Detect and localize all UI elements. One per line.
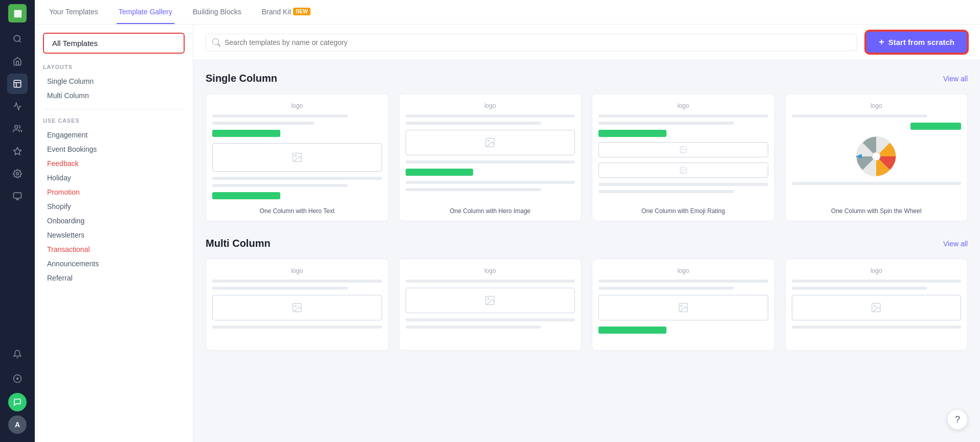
svg-point-0 bbox=[14, 35, 20, 41]
search-input[interactable] bbox=[206, 34, 857, 51]
nav-holiday[interactable]: Holiday bbox=[43, 171, 185, 185]
card-label-4: One Column with Spin the Wheel bbox=[792, 202, 962, 215]
line-15 bbox=[792, 182, 962, 185]
help-button[interactable]: ? bbox=[947, 409, 968, 430]
nav-announcements[interactable]: Announcements bbox=[43, 257, 185, 271]
green-btn-m3 bbox=[598, 327, 666, 334]
line-m7 bbox=[598, 280, 768, 283]
sidebar-icon-automations[interactable] bbox=[7, 141, 28, 161]
line-m10 bbox=[792, 287, 927, 290]
nav-engagement[interactable]: Engagement bbox=[43, 128, 185, 142]
card-label-3: One Column with Emoji Rating bbox=[598, 202, 768, 215]
sidebar-icon-analytics[interactable] bbox=[7, 96, 28, 117]
template-card-multi-1[interactable]: logo bbox=[206, 259, 389, 351]
card-logo-1: logo bbox=[212, 102, 382, 109]
line-5 bbox=[406, 114, 575, 118]
green-btn-2 bbox=[212, 192, 280, 199]
nav-event-bookings[interactable]: Event Bookings bbox=[43, 142, 185, 156]
line-4 bbox=[212, 184, 348, 187]
left-panel: All Templates LAYOUTS Single Column Mult… bbox=[35, 25, 193, 442]
template-card-spin-wheel[interactable]: logo bbox=[785, 94, 968, 221]
card-label-1: One Column with Hero Text bbox=[212, 202, 382, 215]
sidebar-icon-billing[interactable] bbox=[7, 368, 28, 389]
sidebar-icon-notifications[interactable] bbox=[7, 344, 28, 364]
template-card-hero-text[interactable]: logo One Column with Hero Text bbox=[206, 94, 389, 221]
image-placeholder-m3 bbox=[598, 295, 768, 320]
green-btn-4 bbox=[598, 130, 666, 137]
layouts-label: LAYOUTS bbox=[43, 64, 185, 70]
line-m4 bbox=[406, 280, 575, 283]
image-placeholder-3a bbox=[598, 142, 768, 157]
search-row: + Start from scratch bbox=[193, 25, 980, 60]
line-12 bbox=[598, 183, 768, 186]
svg-point-15 bbox=[295, 155, 296, 156]
svg-point-21 bbox=[681, 169, 682, 170]
multi-column-view-all[interactable]: View all bbox=[943, 240, 968, 248]
svg-line-1 bbox=[19, 40, 20, 42]
green-btn-1 bbox=[212, 130, 280, 137]
card-logo-m4: logo bbox=[792, 267, 962, 274]
tab-your-templates[interactable]: Your Templates bbox=[47, 0, 100, 24]
nav-onboarding[interactable]: Onboarding bbox=[43, 214, 185, 228]
template-card-multi-3[interactable]: logo bbox=[592, 259, 775, 351]
nav-feedback[interactable]: Feedback bbox=[43, 156, 185, 171]
single-column-view-all[interactable]: View all bbox=[943, 75, 968, 83]
image-placeholder-2 bbox=[406, 130, 575, 155]
svg-point-23 bbox=[872, 152, 880, 160]
card-logo-3: logo bbox=[598, 102, 768, 109]
main-content: Your Templates Template Gallery Building… bbox=[35, 0, 980, 442]
template-card-hero-image[interactable]: logo One Column with Hero Image bbox=[399, 94, 582, 221]
svg-point-7 bbox=[16, 173, 19, 175]
nav-promotion[interactable]: Promotion bbox=[43, 185, 185, 199]
line-m11 bbox=[792, 325, 962, 329]
svg-point-32 bbox=[874, 305, 876, 307]
green-btn-5 bbox=[910, 123, 961, 130]
single-column-header: Single Column View all bbox=[206, 73, 968, 84]
sidebar-icon-campaigns[interactable] bbox=[7, 74, 28, 94]
line-6 bbox=[406, 122, 541, 125]
tab-building-blocks[interactable]: Building Blocks bbox=[191, 0, 243, 24]
tab-template-gallery[interactable]: Template Gallery bbox=[117, 0, 174, 24]
start-from-scratch-button[interactable]: + Start from scratch bbox=[865, 31, 968, 54]
nav-newsletters[interactable]: Newsletters bbox=[43, 228, 185, 242]
sidebar-avatar[interactable]: A bbox=[8, 415, 27, 434]
svg-point-26 bbox=[295, 305, 296, 307]
line-m5 bbox=[406, 318, 575, 321]
nav-shopify[interactable]: Shopify bbox=[43, 199, 185, 214]
sidebar-icon-home[interactable] bbox=[7, 51, 28, 72]
sidebar-icon-search[interactable] bbox=[7, 29, 28, 49]
sidebar-logo[interactable]: ▦ bbox=[8, 4, 27, 22]
svg-marker-6 bbox=[14, 148, 21, 155]
line-m3 bbox=[212, 325, 382, 329]
sidebar-support-button[interactable] bbox=[8, 393, 27, 411]
line-9 bbox=[406, 188, 541, 191]
svg-point-17 bbox=[488, 140, 489, 142]
nav-referral[interactable]: Referral bbox=[43, 271, 185, 285]
svg-point-30 bbox=[681, 305, 682, 307]
card-logo-4: logo bbox=[792, 102, 962, 109]
sidebar-icon-settings[interactable] bbox=[7, 164, 28, 184]
new-badge: NEW bbox=[293, 8, 310, 15]
template-card-multi-4[interactable]: logo bbox=[785, 259, 968, 351]
tab-brand-kit[interactable]: Brand Kit NEW bbox=[260, 0, 313, 24]
line-10 bbox=[598, 114, 768, 118]
sidebar-icon-integrations[interactable] bbox=[7, 186, 28, 206]
all-templates-button[interactable]: All Templates bbox=[43, 33, 185, 54]
nav-multi-column[interactable]: Multi Column bbox=[43, 88, 185, 103]
line-m8 bbox=[598, 287, 734, 290]
sidebar: ▦ A bbox=[0, 0, 35, 442]
card-logo-2: logo bbox=[406, 102, 575, 109]
nav-single-column[interactable]: Single Column bbox=[43, 74, 185, 88]
card-logo-m3: logo bbox=[598, 267, 768, 274]
line-m9 bbox=[792, 280, 962, 283]
sidebar-icon-contacts[interactable] bbox=[7, 119, 28, 139]
line-13 bbox=[598, 190, 734, 193]
multi-column-title: Multi Column bbox=[206, 238, 271, 249]
template-card-multi-2[interactable]: logo bbox=[399, 259, 582, 351]
single-column-grid: logo One Column with Hero Text bbox=[206, 94, 968, 221]
template-card-emoji-rating[interactable]: logo One Column with Emoji Rating bbox=[592, 94, 775, 221]
svg-point-19 bbox=[681, 148, 682, 149]
image-placeholder-m4 bbox=[792, 295, 962, 320]
nav-transactional[interactable]: Transactional bbox=[43, 242, 185, 257]
line-3 bbox=[212, 177, 382, 180]
